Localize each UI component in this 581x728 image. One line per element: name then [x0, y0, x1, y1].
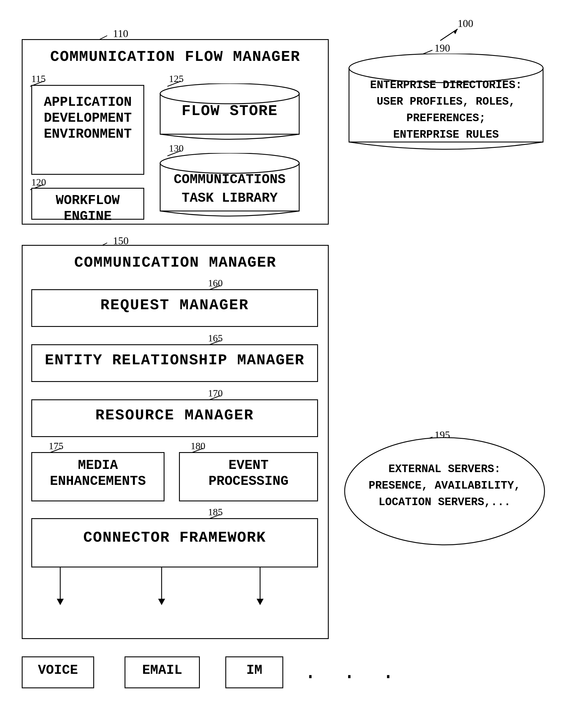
- ctl-label: COMMUNICATIONSTASK LIBRARY: [159, 171, 301, 208]
- request-manager-label: REQUEST MANAGER: [32, 290, 317, 314]
- im-box: IM: [225, 656, 283, 688]
- cm-title: COMMUNICATION MANAGER: [23, 246, 328, 272]
- external-servers-ellipse: EXTERNAL SERVERS:PRESENCE, AVAILABILITY,…: [343, 436, 546, 546]
- workflow-label: WORKFLOWENGINE: [32, 189, 143, 225]
- dots: · · ·: [304, 665, 402, 689]
- ade-box: APPLICATIONDEVELOPMENTENVIRONMENT: [31, 85, 144, 175]
- flow-store-label: FLOW STORE: [159, 101, 301, 122]
- me-box: MEDIAENHANCEMENTS: [31, 452, 165, 501]
- ep-box: EVENTPROCESSING: [179, 452, 318, 501]
- svg-marker-22: [57, 599, 64, 605]
- resource-manager-label: RESOURCE MANAGER: [32, 400, 317, 424]
- cf-box: CONNECTOR FRAMEWORK: [31, 518, 318, 568]
- svg-marker-1: [453, 29, 458, 34]
- cm-box: COMMUNICATION MANAGER 160 REQUEST MANAGE…: [22, 245, 329, 639]
- erm-box: ENTITY RELATIONSHIP MANAGER: [31, 344, 318, 382]
- ctl-cylinder: COMMUNICATIONSTASK LIBRARY: [159, 153, 301, 220]
- voice-box: VOICE: [22, 656, 94, 688]
- workflow-box: WORKFLOWENGINE: [31, 188, 144, 220]
- ep-label: EVENTPROCESSING: [180, 453, 317, 490]
- erm-label: ENTITY RELATIONSHIP MANAGER: [32, 345, 317, 369]
- cfm-box: COMMUNICATION FLOW MANAGER 115 APPLICATI…: [22, 39, 329, 225]
- email-label: EMAIL: [126, 657, 199, 678]
- enterprise-dir-label: ENTERPRISE DIRECTORIES:USER PROFILES, RO…: [348, 77, 545, 143]
- svg-marker-24: [158, 599, 165, 605]
- ade-label: APPLICATIONDEVELOPMENTENVIRONMENT: [32, 86, 143, 142]
- flow-store-cylinder: FLOW STORE: [159, 83, 301, 141]
- external-servers-label: EXTERNAL SERVERS:PRESENCE, AVAILABILITY,…: [343, 461, 546, 510]
- svg-marker-26: [257, 599, 264, 605]
- resource-manager-box: RESOURCE MANAGER: [31, 399, 318, 437]
- cfm-title: COMMUNICATION FLOW MANAGER: [23, 40, 328, 66]
- request-manager-box: REQUEST MANAGER: [31, 289, 318, 327]
- email-box: EMAIL: [124, 656, 200, 688]
- voice-label: VOICE: [23, 657, 93, 678]
- im-label: IM: [226, 657, 282, 678]
- enterprise-dir-cylinder: ENTERPRISE DIRECTORIES:USER PROFILES, RO…: [348, 54, 545, 152]
- cf-label: CONNECTOR FRAMEWORK: [32, 519, 317, 547]
- me-label: MEDIAENHANCEMENTS: [32, 453, 164, 490]
- diagram: 100 110 COMMUNICATION FLOW MANAGER 115 A…: [0, 0, 581, 728]
